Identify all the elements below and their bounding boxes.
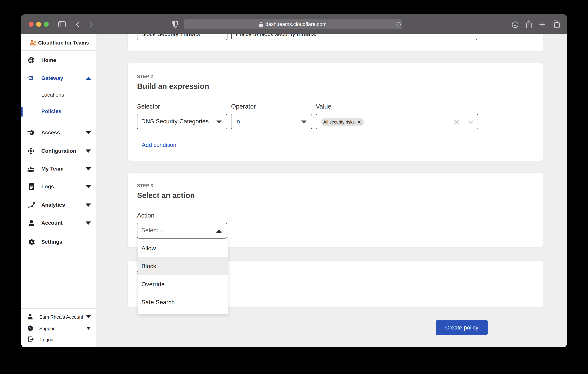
svg-text:?: ?	[29, 326, 32, 330]
